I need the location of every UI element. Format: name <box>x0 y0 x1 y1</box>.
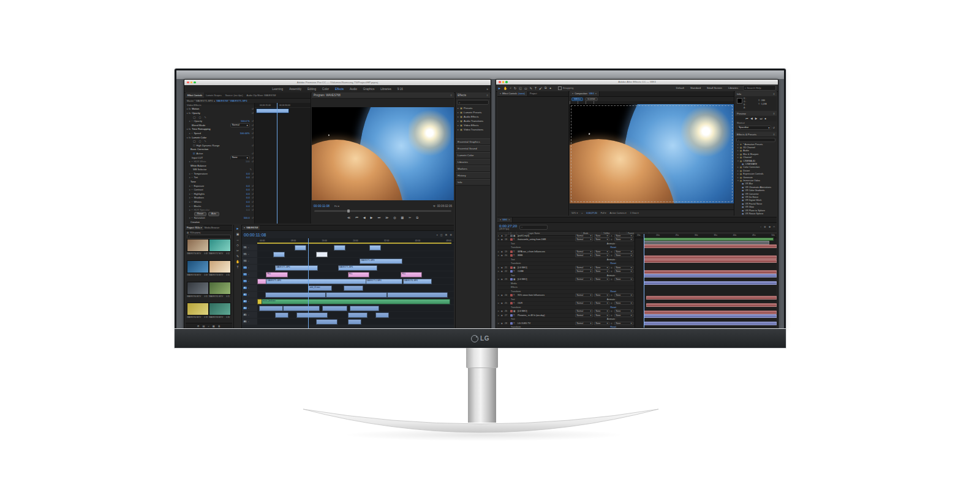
ec-tab[interactable]: Source: (no clips) <box>224 92 245 98</box>
comp-footer-item-3[interactable]: Full ▾ <box>601 212 606 214</box>
animate-toggle[interactable]: Animate : <box>607 298 616 301</box>
twirl-icon[interactable]: ▸ <box>737 170 739 172</box>
stopwatch-icon[interactable]: ◔ <box>191 119 192 123</box>
timeline-clip[interactable]: WAVES76L.MP4 <box>403 279 432 284</box>
timeline-clip[interactable]: FILL <box>401 272 422 277</box>
stopwatch-icon[interactable]: ◔ <box>191 132 192 135</box>
twirl-icon[interactable]: ▸ <box>189 119 190 123</box>
track-lane[interactable] <box>257 244 454 251</box>
panel-menu-icon[interactable]: ≡ <box>487 94 488 97</box>
reset-param-icon[interactable]: ↺ <box>252 192 254 195</box>
track-lock-icon[interactable]: ● <box>248 314 249 316</box>
layer-duration-bar[interactable] <box>644 270 777 274</box>
panel-menu-icon[interactable]: ≡ <box>595 92 597 95</box>
layer-color-chip[interactable] <box>510 235 513 237</box>
track-lock-icon[interactable]: ● <box>248 247 249 249</box>
transport-button[interactable]: ◀ <box>363 216 366 219</box>
twirl-icon[interactable]: ▸ <box>189 196 190 199</box>
reset-param-icon[interactable]: ↺ <box>252 136 254 139</box>
track-header-v6[interactable]: V6● <box>242 244 258 251</box>
clip-thumbnail[interactable] <box>209 282 231 295</box>
layer-duration-bar[interactable] <box>646 296 776 300</box>
layer-color-chip[interactable] <box>510 310 513 312</box>
ae-tool-1[interactable]: ✋ <box>503 86 507 90</box>
reset-link[interactable]: Reset <box>611 326 616 328</box>
twirl-icon[interactable]: ▸ <box>458 124 459 127</box>
project-item[interactable]: WAVES757.MOV0:12 <box>209 239 230 259</box>
fx-badge-icon[interactable]: fx <box>189 107 190 110</box>
transport-button[interactable]: ▶ <box>371 216 373 219</box>
ae-tool-2[interactable]: ⌕ <box>510 86 511 90</box>
twirl-icon[interactable]: ▸ <box>458 111 459 114</box>
search-help-input[interactable]: ⌕ Search Help <box>743 85 776 91</box>
clip-thumbnail[interactable] <box>187 260 209 273</box>
track-lane[interactable]: WAVES77L.MP4WAVES77L.MP4 <box>257 265 454 271</box>
tab-media-browser[interactable]: Media Browser <box>203 227 221 229</box>
track-header-v5[interactable]: V5● <box>242 251 258 257</box>
parent-link[interactable]: None▾ <box>614 322 633 325</box>
workspace-tab-graphics[interactable]: Graphics <box>363 88 374 91</box>
ae-tool-6[interactable]: ✎ <box>530 86 532 90</box>
twirl-icon[interactable]: ▸ <box>187 107 188 110</box>
layer-duration-bar[interactable] <box>644 255 777 259</box>
window-controls[interactable] <box>187 81 196 84</box>
reset-param-icon[interactable]: ↺ <box>252 152 254 155</box>
reset-param-icon[interactable]: ↺ <box>252 200 254 203</box>
effect-row-active[interactable]: ☑Active↺ <box>186 151 254 156</box>
fx-badge-icon[interactable]: fx <box>189 111 190 115</box>
minimize-button[interactable] <box>502 81 505 83</box>
layer-color-chip[interactable] <box>510 251 513 253</box>
premiere-tool-7[interactable]: T <box>236 265 238 269</box>
reset-param-icon[interactable]: ↺ <box>252 107 254 110</box>
layer-color-chip[interactable] <box>510 254 513 257</box>
timeline-clip[interactable] <box>348 312 368 318</box>
reset-param-icon[interactable]: ↺ <box>252 172 254 175</box>
layer-name[interactable]: [LG NEO] <box>518 266 575 269</box>
track-target-badge[interactable]: V4 <box>243 260 247 263</box>
blend-mode[interactable]: Normal▾ <box>575 301 593 305</box>
parent-link[interactable]: None▾ <box>614 270 633 273</box>
workspace-tab-editing[interactable]: Editing <box>307 88 316 91</box>
ae-timecode[interactable]: 0;00;27;20 <box>499 224 517 228</box>
twirl-icon[interactable]: ▸ <box>458 115 459 118</box>
stopwatch-icon[interactable]: ◔ <box>191 172 192 175</box>
preview-transport-button[interactable]: ▶ <box>755 117 758 120</box>
premiere-tool-3[interactable]: ◇ <box>236 243 239 247</box>
timeline-clip[interactable]: WAVES77L.MP4 <box>338 265 377 271</box>
track-matte[interactable]: None▾ <box>594 266 609 270</box>
stopwatch-icon[interactable]: ◔ <box>191 160 192 163</box>
reset-param-icon[interactable]: ↺ <box>252 176 254 179</box>
project-item[interactable]: WAVES756.MOV0:08 <box>187 239 208 259</box>
blend-mode[interactable]: Normal▾ <box>575 254 593 257</box>
timeline-icon[interactable]: ⚙ <box>450 233 452 236</box>
project-footer-icon[interactable]: ⊞ <box>197 325 200 328</box>
project-item[interactable]: WAVES758.MOV0:09 <box>187 260 208 281</box>
animate-toggle[interactable]: Animate : <box>607 258 616 261</box>
subrow-label[interactable]: Text <box>497 318 607 320</box>
timeline-clip[interactable]: WAVES77L.MP4 <box>275 265 318 271</box>
timeline-clip[interactable] <box>259 306 282 311</box>
reset-param-icon[interactable]: ↺ <box>252 132 254 135</box>
blend-mode[interactable]: Normal▾ <box>575 234 593 238</box>
effect-row-hdr-specular[interactable]: ▸◔HDR Specular0.0↺ <box>186 208 254 212</box>
clip-thumbnail[interactable] <box>209 303 231 315</box>
parent-link[interactable]: None▾ <box>614 238 633 241</box>
project-footer-icon[interactable]: ▦ <box>213 325 215 328</box>
layer-duration-bar[interactable] <box>646 303 776 307</box>
track-header-a6[interactable]: A6● <box>242 318 258 325</box>
track-lock-icon[interactable]: ● <box>248 294 249 296</box>
tab-effect-controls[interactable]: × Effect Controls (none) <box>497 91 528 96</box>
close-icon[interactable]: × <box>572 92 573 95</box>
comp-footer-item-2[interactable]: 0;00;27;20 <box>586 212 597 214</box>
subrow-label[interactable]: Transform <box>497 262 611 265</box>
workspace-tab-assembly[interactable]: Assembly <box>289 88 301 91</box>
stopwatch-icon[interactable]: ◔ <box>191 216 192 219</box>
timeline-clip[interactable] <box>326 292 386 298</box>
panel-menu-icon[interactable]: ≡ <box>774 133 775 136</box>
timeline-clip[interactable]: WAVES77L.MP4 <box>266 279 366 284</box>
reset-link[interactable]: Reset <box>611 262 616 265</box>
track-target-badge[interactable]: A5 <box>243 314 247 317</box>
timeline-clip[interactable] <box>275 312 288 318</box>
effect-row-white-balance[interactable]: White Balance <box>186 164 254 168</box>
twirl-icon[interactable]: ▸ <box>187 111 188 115</box>
